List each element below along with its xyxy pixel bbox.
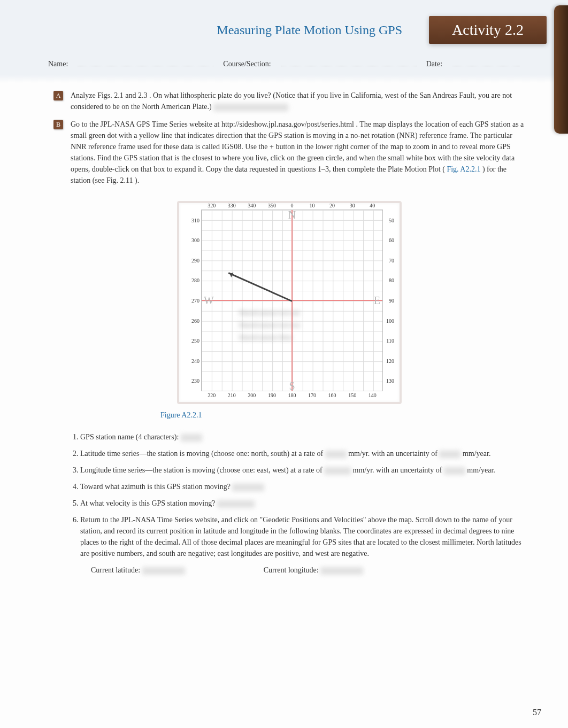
fig-link: Fig. A2.2.1: [447, 165, 480, 173]
answer-blur: [232, 484, 264, 491]
question-list: GPS station name (4 characters): Latitud…: [70, 431, 525, 559]
label-w: W: [204, 292, 214, 308]
q3: Longitude time series—the station is mov…: [80, 464, 525, 476]
q6: Return to the JPL-NASA Time Series websi…: [80, 514, 525, 559]
answer-blur: [213, 104, 288, 111]
page-number: 57: [533, 708, 541, 717]
q4: Toward what azimuth is this GPS station …: [80, 481, 525, 492]
answer-blur: [439, 451, 460, 458]
answer-blur: [324, 467, 351, 475]
motion-arrow: [228, 272, 293, 302]
name-label: Name:: [48, 60, 68, 68]
content: A Analyze Figs. 2.1 and 2.3 . On what li…: [0, 78, 568, 576]
label-e: E: [374, 292, 380, 308]
q5: At what velocity is this GPS station mov…: [80, 498, 525, 509]
curr-lon-label: Current longitude:: [264, 566, 319, 574]
answer-blur: [217, 500, 255, 508]
date-blank[interactable]: [452, 59, 520, 66]
answer-blur: [181, 434, 202, 442]
activity-badge: Activity 2.2: [429, 16, 547, 44]
section-a-body: Analyze Figs. 2.1 and 2.3 . On what lith…: [71, 90, 525, 112]
answer-blur: [142, 567, 185, 575]
q1: GPS station name (4 characters):: [80, 431, 525, 443]
blur-annotations: blurred answer text one blurred answer t…: [229, 306, 301, 343]
name-blank[interactable]: [78, 59, 213, 66]
q2: Latitude time series—the station is movi…: [80, 448, 525, 459]
page: Measuring Plate Motion Using GPS Activit…: [0, 0, 568, 728]
gps-url: http://sideshow.jpl.nasa.gov/post/series…: [221, 120, 354, 128]
header: Measuring Plate Motion Using GPS Activit…: [0, 0, 568, 49]
section-a: A Analyze Figs. 2.1 and 2.3 . On what li…: [53, 90, 525, 112]
figure-label: Figure A2.2.1: [160, 409, 525, 421]
curr-lat-label: Current latitude:: [91, 566, 140, 574]
answer-blur: [320, 567, 363, 575]
side-tab: [554, 5, 568, 134]
section-b: B Go to the JPL-NASA GPS Time Series web…: [53, 119, 525, 186]
course-blank[interactable]: [281, 59, 417, 66]
badge-a: A: [53, 91, 63, 100]
date-label: Date:: [426, 60, 442, 68]
badge-b: B: [53, 120, 63, 129]
compass-grid: N S W E 320 330 340 350 0 10 20 30 40 50…: [201, 210, 383, 391]
page-title: Measuring Plate Motion Using GPS: [217, 23, 402, 37]
answer-blur: [325, 451, 347, 458]
plate-motion-plot: N S W E 320 330 340 350 0 10 20 30 40 50…: [177, 201, 402, 404]
course-label: Course/Section:: [223, 60, 271, 68]
section-b-body: Go to the JPL-NASA GPS Time Series websi…: [71, 119, 525, 186]
current-position-row: Current latitude: Current longitude:: [91, 564, 525, 576]
name-row: Name: Course/Section: Date:: [0, 49, 568, 78]
answer-blur: [444, 467, 465, 475]
